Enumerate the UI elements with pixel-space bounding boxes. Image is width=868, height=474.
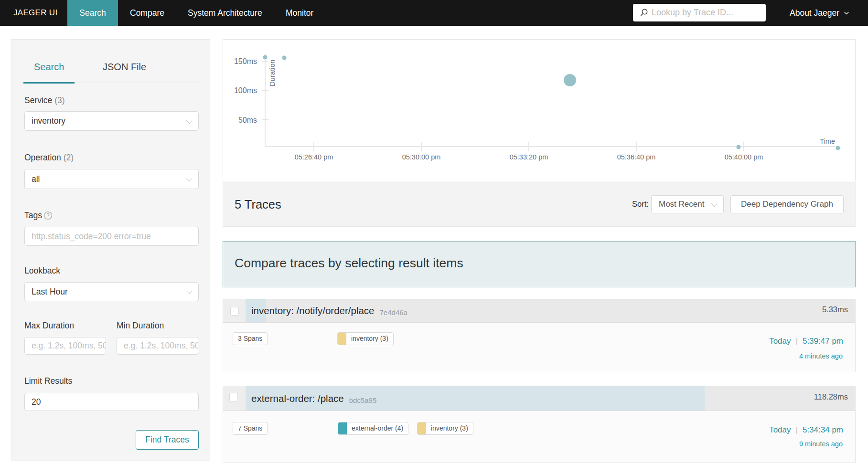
- svg-text:?: ?: [46, 212, 49, 218]
- svg-text:05:40:00 pm: 05:40:00 pm: [725, 153, 763, 161]
- svg-text:100ms: 100ms: [234, 86, 257, 95]
- svg-text:150ms: 150ms: [234, 57, 257, 65]
- svg-text:Duration: Duration: [268, 60, 276, 87]
- svg-text:Time: Time: [820, 137, 835, 145]
- svg-text:05:33:20 pm: 05:33:20 pm: [510, 153, 548, 161]
- svg-text:05:26:40 pm: 05:26:40 pm: [295, 153, 333, 161]
- svg-text:50ms: 50ms: [238, 116, 257, 124]
- svg-text:05:30:00 pm: 05:30:00 pm: [402, 153, 441, 161]
- svg-text:05:36:40 pm: 05:36:40 pm: [617, 153, 656, 161]
